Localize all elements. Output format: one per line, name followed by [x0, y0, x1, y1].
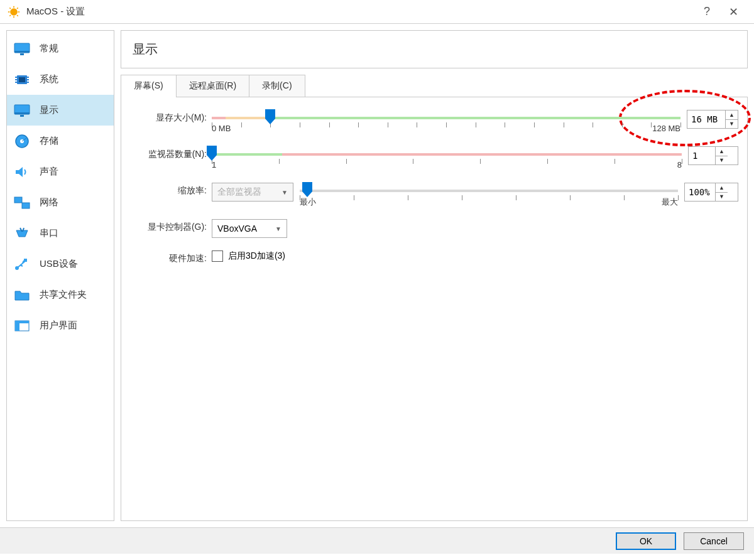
svg-line-5 — [9, 8, 11, 9]
enable-3d-label: 启用3D加速(3) — [228, 250, 285, 262]
sidebar-item-audio[interactable]: 声音 — [7, 156, 114, 187]
monitor-icon — [13, 41, 31, 57]
monitor-icon — [13, 103, 31, 118]
chip-icon — [13, 72, 31, 87]
spin-up-button[interactable]: ▲ — [726, 110, 738, 120]
sidebar-item-ui[interactable]: 用户界面 — [7, 310, 114, 341]
svg-rect-21 — [14, 112, 30, 114]
slider-max-label: 8 — [677, 160, 682, 170]
disk-icon — [13, 134, 31, 149]
svg-line-6 — [17, 15, 18, 16]
sidebar-item-usb[interactable]: USB设备 — [7, 249, 114, 279]
sidebar-item-storage[interactable]: 存储 — [7, 126, 114, 156]
slider-min-label: 1 — [212, 160, 216, 170]
enable-3d-checkbox[interactable] — [212, 250, 223, 262]
tab-screen[interactable]: 屏幕(S) — [121, 75, 177, 97]
tab-panel-screen: 显存大小(M): — [121, 97, 748, 521]
close-button[interactable]: ✕ — [720, 2, 746, 22]
video-memory-label: 显存大小(M): — [130, 110, 212, 124]
sidebar-item-display[interactable]: 显示 — [7, 95, 114, 126]
scale-monitor-select[interactable]: 全部监视器 ▼ — [212, 183, 293, 202]
spin-down-button[interactable]: ▼ — [726, 120, 738, 129]
scale-factor-spinbox[interactable]: ▲ ▼ — [684, 183, 738, 202]
ok-button[interactable]: OK — [616, 532, 676, 550]
cancel-button[interactable]: Cancel — [684, 532, 744, 550]
usb-icon — [13, 257, 31, 272]
sidebar-item-label: 声音 — [40, 166, 58, 178]
dialog-footer: OK Cancel — [0, 527, 754, 554]
slider-max-label: 128 MB — [652, 124, 680, 133]
monitor-count-input[interactable] — [689, 147, 715, 164]
sidebar-item-label: 显示 — [40, 104, 58, 116]
sidebar-item-serial[interactable]: 串口 — [7, 218, 114, 249]
sidebar-item-system[interactable]: 系统 — [7, 64, 114, 95]
scale-factor-label: 缩放率: — [130, 183, 212, 197]
gpu-controller-select[interactable]: VBoxVGA ▼ — [212, 219, 287, 238]
folder-icon — [13, 288, 31, 303]
monitor-count-slider[interactable]: 1 8 — [212, 146, 682, 170]
svg-line-7 — [9, 15, 11, 16]
hw-accel-label: 硬件加速: — [130, 250, 212, 264]
spin-down-button[interactable]: ▼ — [716, 156, 728, 165]
svg-line-8 — [17, 8, 18, 9]
svg-rect-11 — [20, 53, 24, 55]
speaker-icon — [13, 164, 31, 180]
svg-rect-30 — [15, 321, 29, 323]
svg-rect-26 — [22, 203, 30, 208]
video-memory-input[interactable] — [687, 110, 725, 128]
chevron-down-icon: ▼ — [281, 189, 288, 196]
select-value: 全部监视器 — [217, 186, 261, 198]
page-title: 显示 — [133, 41, 736, 58]
slider-min-label: 最小 — [300, 197, 316, 208]
svg-rect-13 — [19, 77, 25, 82]
svg-rect-10 — [14, 51, 30, 53]
svg-rect-31 — [15, 323, 19, 331]
chevron-down-icon: ▼ — [275, 225, 281, 232]
sidebar-item-label: 共享文件夹 — [40, 289, 87, 301]
video-memory-slider[interactable]: 0 MB 128 MB — [212, 110, 680, 134]
serial-icon — [13, 226, 31, 241]
slider-max-label: 最大 — [662, 197, 678, 208]
spin-down-button[interactable]: ▼ — [716, 193, 728, 202]
svg-rect-22 — [20, 115, 24, 117]
select-value: VBoxVGA — [217, 223, 257, 234]
sidebar-item-label: 网络 — [40, 197, 58, 208]
tab-remote-desktop[interactable]: 远程桌面(R) — [176, 75, 249, 97]
svg-rect-25 — [14, 197, 22, 203]
scale-factor-slider[interactable]: 最小 最大 — [300, 183, 678, 207]
app-icon — [8, 6, 20, 18]
svg-rect-28 — [24, 259, 27, 262]
sidebar-item-general[interactable]: 常规 — [7, 33, 114, 64]
spin-up-button[interactable]: ▲ — [716, 147, 728, 156]
gpu-controller-label: 显卡控制器(G): — [130, 219, 212, 233]
scale-factor-input[interactable] — [685, 183, 715, 201]
window-title: MacOS - 设置 — [26, 6, 694, 18]
slider-thumb[interactable] — [265, 109, 276, 125]
tab-recording[interactable]: 录制(C) — [249, 75, 305, 97]
page-title-box: 显示 — [121, 30, 748, 68]
sidebar-item-label: 串口 — [40, 227, 58, 239]
network-icon — [13, 195, 31, 210]
sidebar-item-label: USB设备 — [40, 258, 78, 270]
spin-up-button[interactable]: ▲ — [716, 183, 728, 193]
sidebar-item-label: 存储 — [40, 135, 58, 147]
sidebar-item-shared-folders[interactable]: 共享文件夹 — [7, 279, 114, 310]
main-panel: 显示 屏幕(S) 远程桌面(R) 录制(C) 显存大小(M): — [121, 30, 748, 521]
sidebar-item-network[interactable]: 网络 — [7, 187, 114, 218]
tab-strip: 屏幕(S) 远程桌面(R) 录制(C) — [121, 75, 748, 97]
ui-icon — [13, 318, 31, 333]
sidebar-item-label: 常规 — [40, 43, 58, 55]
svg-point-0 — [10, 8, 18, 16]
slider-thumb[interactable] — [206, 145, 217, 161]
slider-thumb[interactable] — [302, 181, 313, 198]
slider-min-label: 0 MB — [212, 124, 231, 133]
monitor-count-spinbox[interactable]: ▲ ▼ — [688, 146, 738, 165]
titlebar: MacOS - 设置 ? ✕ — [0, 0, 754, 24]
monitor-count-label: 监视器数量(N): — [130, 146, 212, 160]
sidebar: 常规 系统 显示 存储 声音 网络 串口 USB设备 — [6, 30, 114, 521]
sidebar-item-label: 用户界面 — [40, 320, 77, 331]
help-button[interactable]: ? — [694, 2, 720, 22]
sidebar-item-label: 系统 — [40, 73, 58, 85]
video-memory-spinbox[interactable]: ▲ ▼ — [687, 110, 738, 129]
